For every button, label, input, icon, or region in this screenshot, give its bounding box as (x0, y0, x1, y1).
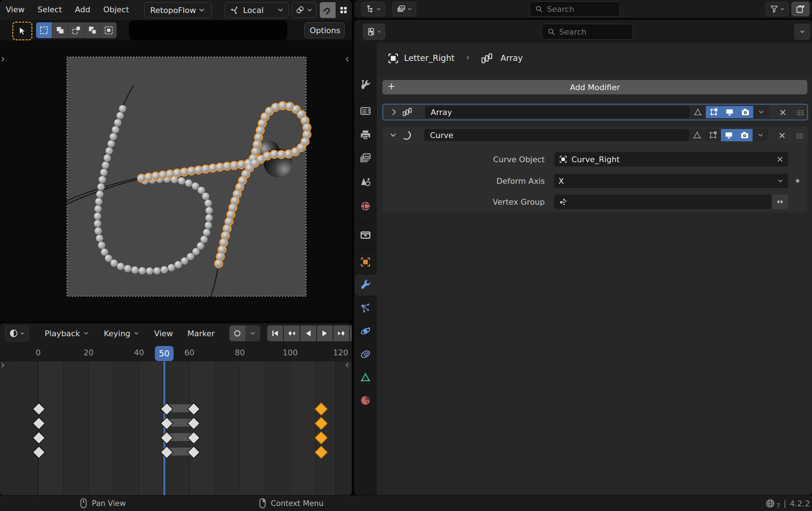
tab-data[interactable] (354, 367, 377, 388)
sidebar-expand-arrow[interactable]: › (1, 53, 5, 64)
keyframe-selected-row3-f112[interactable] (315, 446, 328, 459)
playback-jump-end-button[interactable] (350, 325, 352, 341)
tab-particles[interactable] (354, 298, 377, 319)
add-modifier-button[interactable]: + Add Modifier (382, 80, 807, 94)
tab-collection[interactable] (354, 224, 377, 245)
playback-next-keyframe-button[interactable] (333, 325, 349, 341)
view-layer-tab-icon (359, 152, 372, 164)
properties-editor-type-dropdown[interactable] (363, 24, 385, 40)
timeline-left-expand-arrow[interactable]: › (1, 359, 5, 370)
tab-physics[interactable] (354, 321, 377, 342)
modifier-row-curve[interactable]: Curve (382, 127, 808, 143)
deform-axis-dropdown[interactable]: X (554, 174, 788, 188)
on-cage-toggle[interactable] (705, 129, 721, 141)
keyframe-selected-row1-f112[interactable] (315, 417, 328, 430)
timeline-right-expand-arrow[interactable]: ‹ (345, 359, 349, 370)
modifier-row-array[interactable]: Array (382, 104, 808, 120)
options-dropdown[interactable]: Options (304, 22, 345, 38)
timeline-menu-playback[interactable]: Playback (37, 329, 97, 338)
outliner-display-mode-dropdown[interactable] (362, 2, 385, 16)
delete-modifier-button[interactable] (778, 131, 786, 140)
outliner-filter-view-dropdown[interactable] (392, 2, 416, 16)
tab-constraints[interactable] (354, 344, 377, 365)
material-tab-icon (359, 394, 372, 406)
tab-material[interactable] (354, 390, 377, 411)
timeline-menu-keying[interactable]: Keying (97, 329, 147, 338)
realtime-display-toggle[interactable] (722, 106, 737, 118)
breadcrumb-object[interactable]: Letter_Right (404, 53, 454, 63)
menu-view[interactable]: View (6, 5, 24, 14)
tab-modifiers[interactable] (354, 275, 377, 296)
properties-search-input[interactable]: Search (542, 24, 633, 40)
auto-keying-settings[interactable] (245, 325, 260, 341)
menu-object[interactable]: Object (103, 5, 129, 14)
timeline-menu-marker[interactable]: Marker (180, 329, 222, 338)
chevron-down-icon (758, 108, 765, 116)
vertex-group-field[interactable] (554, 195, 788, 209)
transform-orientation-dropdown[interactable]: Local (225, 2, 289, 18)
animate-decorator-dot[interactable] (796, 179, 799, 183)
filter-funnel-icon (770, 4, 779, 14)
select-mode-set[interactable] (36, 22, 52, 38)
tab-view-layer[interactable] (354, 148, 377, 169)
pivot-point-dropdown[interactable] (292, 2, 317, 18)
outliner-filter-dropdown[interactable] (766, 2, 789, 16)
curve-object-field[interactable]: Curve_Right (554, 152, 788, 166)
expand-panel-icon[interactable] (390, 108, 398, 116)
tab-render[interactable] (354, 101, 377, 121)
render-toggle[interactable] (737, 106, 753, 118)
timeline-ruler[interactable]: 50 020406080100120 (0, 345, 352, 361)
snap-settings-dropdown[interactable] (336, 2, 351, 18)
keyframe-selected-row0-f112[interactable] (315, 403, 328, 416)
playback-prev-keyframe-button[interactable] (284, 325, 300, 341)
tab-world[interactable] (354, 196, 377, 217)
modifier-name-field[interactable]: Curve (424, 129, 689, 141)
modifier-extras-dropdown[interactable] (753, 106, 769, 118)
keyframe-selected-row2-f112[interactable] (315, 431, 328, 445)
menu-add[interactable]: Add (75, 5, 90, 14)
playback-jump-start-button[interactable] (267, 325, 283, 341)
select-mode-subtract[interactable] (68, 22, 84, 38)
tab-scene[interactable] (354, 172, 377, 192)
properties-options-dropdown[interactable] (794, 24, 810, 40)
on-cage-toggle[interactable] (706, 106, 722, 118)
active-tool-select-box[interactable] (12, 22, 32, 40)
timeline-keyframe-area[interactable] (0, 361, 352, 495)
select-mode-invert[interactable] (84, 22, 100, 38)
tab-output[interactable] (354, 125, 377, 146)
menu-select[interactable]: Select (37, 5, 62, 14)
auto-keying-toggle[interactable] (229, 325, 245, 341)
render-toggle[interactable] (737, 129, 753, 141)
drag-handle-icon[interactable] (795, 131, 804, 141)
timeline-menu-view[interactable]: View (147, 329, 180, 338)
modifier-extras-dropdown[interactable] (753, 129, 768, 141)
tab-tool[interactable] (354, 75, 377, 95)
playback-play-reverse-button[interactable] (300, 325, 316, 341)
tab-object[interactable] (354, 252, 377, 272)
new-collection-button[interactable] (791, 2, 809, 16)
modifier-name-field[interactable]: Array (425, 106, 690, 118)
realtime-display-toggle[interactable] (721, 129, 737, 141)
edit-mode-display-toggle[interactable] (689, 129, 705, 141)
delete-modifier-button[interactable] (779, 108, 787, 117)
clear-icon[interactable] (776, 155, 784, 163)
npanel-expand-arrow[interactable]: ‹ (345, 53, 349, 64)
select-mode-extend[interactable] (52, 22, 68, 38)
viewport-canvas[interactable] (0, 40, 352, 321)
select-mode-subtract-icon (71, 25, 82, 36)
gridline-frame-30 (113, 361, 114, 495)
snap-toggle[interactable] (320, 2, 336, 18)
timeline-editor-type-dropdown[interactable] (5, 325, 29, 341)
outliner-header: Search (354, 0, 812, 18)
outliner-search-input[interactable]: Search (529, 1, 620, 17)
select-mode-intersect[interactable] (100, 22, 117, 38)
invert-vertex-group-button[interactable] (772, 195, 788, 209)
edit-mode-display-toggle[interactable] (690, 106, 706, 118)
collapse-panel-icon[interactable] (389, 131, 398, 139)
playback-play-button[interactable] (317, 325, 333, 341)
current-frame-indicator[interactable]: 50 (155, 346, 174, 361)
breadcrumb-modifier[interactable]: Array (501, 53, 523, 63)
select-mode-extend-icon (55, 25, 66, 36)
retopoflow-dropdown[interactable]: RetopoFlow (144, 2, 212, 18)
drag-handle-icon[interactable] (796, 108, 805, 117)
